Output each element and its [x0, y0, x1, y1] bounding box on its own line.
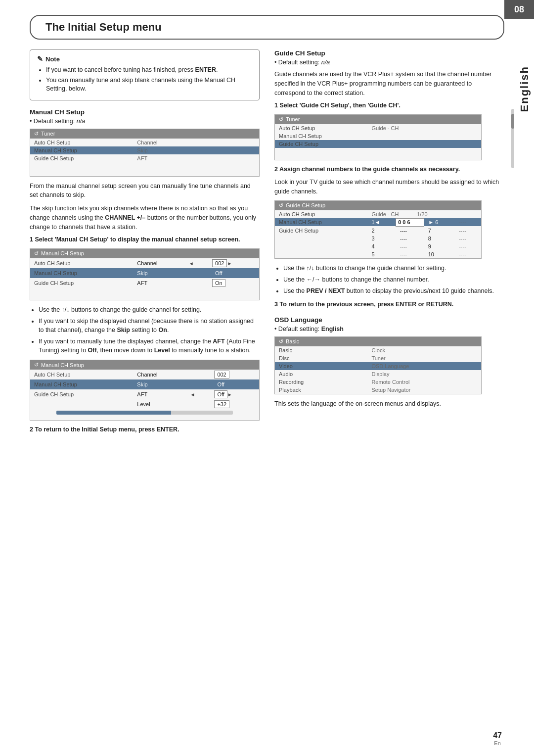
table-cell: ----	[455, 242, 481, 250]
table-row: Auto CH Setup Channel ◄ 002►	[30, 258, 259, 268]
guide-tuner-title: Tuner	[286, 116, 300, 122]
table-cell: OSD Language	[367, 362, 481, 370]
table-row	[30, 162, 259, 169]
table-cell	[275, 235, 367, 242]
guide-ch-heading: Guide CH Setup	[274, 49, 504, 57]
tuner-table-1-header: ↺ Tuner	[30, 129, 259, 139]
table-row: Level +32	[30, 399, 259, 409]
table-row: Audio Display	[275, 370, 481, 378]
table-cell: Auto CH Setup	[30, 370, 133, 379]
guide-ch-bullets: Use the ↑/↓ buttons to change the guide …	[274, 264, 504, 295]
table-row: Guide CH Setup 2 ---- 7 ----	[275, 226, 481, 235]
guide-step3: 3 To return to the previous screen, pres…	[274, 300, 504, 309]
title-bar: The Initial Setup menu	[30, 15, 504, 40]
table-cell: Auto CH Setup	[275, 124, 367, 132]
table-cell: ----	[396, 242, 424, 250]
table-cell: Remote Control	[367, 378, 481, 386]
list-item: Use the ←/→ buttons to change the channe…	[283, 275, 504, 284]
table-row: Guide CH Setup AFT	[30, 154, 259, 162]
manual-ch-setup-section: Manual CH Setup • Default setting: n/a ↺…	[30, 108, 260, 434]
table-cell: AFT	[133, 389, 186, 399]
scrollbar[interactable]	[511, 109, 514, 168]
table-row: Recording Remote Control	[275, 378, 481, 386]
guide-ch-table-body: Auto CH Setup Guide - CH 1/20 Manual CH …	[275, 210, 481, 258]
table-cell	[186, 370, 211, 379]
basic-table-body: Basic Clock Disc Tuner Video OSD Languag…	[275, 346, 481, 394]
list-item: Use the PREV / NEXT button to display th…	[283, 286, 504, 295]
table-cell: Manual CH Setup	[275, 218, 367, 226]
table-cell: Clock	[367, 346, 481, 354]
table-row: 4 ---- 9 ----	[275, 242, 481, 250]
table-cell: Manual CH Setup	[30, 379, 133, 389]
table-cell: ----	[396, 250, 424, 258]
table-row	[275, 154, 481, 160]
table-cell: Playback	[275, 386, 367, 394]
table-row: Guide CH Setup AFT On	[30, 278, 259, 288]
table-cell	[186, 399, 211, 409]
guide-ch-default: • Default setting: n/a	[274, 59, 504, 66]
table-cell: Level	[133, 399, 186, 409]
basic-table-title: Basic	[286, 338, 299, 344]
page-badge: 08	[504, 0, 534, 19]
table-cell: Guide CH Setup	[30, 389, 133, 399]
content-area: ✎ Note If you want to cancel before tuni…	[30, 49, 504, 441]
table-cell: Tuner	[367, 354, 481, 362]
table-row: Basic Clock	[275, 346, 481, 354]
table-cell: Skip	[133, 268, 184, 278]
guide-tuner-table: ↺ Tuner Auto CH Setup Guide - CH Manual …	[274, 114, 482, 160]
table-cell	[185, 268, 208, 278]
table-cell: 0 0 6	[396, 218, 424, 226]
tuner-table-3-body: Auto CH Setup Channel 002 Manual CH Setu…	[30, 370, 259, 420]
table-row: 5 ---- 10 ----	[275, 250, 481, 258]
guide-step2-heading: 2 Assign channel numbers to the guide ch…	[274, 165, 504, 174]
table-cell: 002	[210, 370, 259, 379]
table-row	[30, 409, 259, 416]
note-icon: ✎	[37, 55, 43, 63]
table-cell: Guide - CH	[367, 124, 481, 132]
right-column: Guide CH Setup • Default setting: n/a Gu…	[274, 49, 504, 441]
list-item: If you want to skip the displayed channe…	[39, 317, 260, 334]
table-cell	[185, 278, 208, 288]
table-cell: Basic	[275, 346, 367, 354]
table-cell: Display	[367, 370, 481, 378]
note-item-1: If you want to cancel before tuning has …	[46, 66, 252, 75]
tuner-table-2-title: Manual CH Setup	[41, 250, 84, 256]
tuner-table-1: ↺ Tuner Auto CH Setup Channel Manual CH …	[30, 129, 260, 177]
table-cell: 5	[367, 250, 396, 258]
table-row	[30, 169, 259, 176]
guide-ch-body: Guide channels are used by the VCR Plus+…	[274, 70, 504, 97]
table-row: Manual CH Setup Skip	[30, 146, 259, 154]
table-cell: Guide CH Setup	[275, 226, 367, 235]
basic-table: ↺ Basic Basic Clock Disc Tuner Video OSD…	[274, 336, 482, 394]
tuner-table-2-header: ↺ Manual CH Setup	[30, 249, 259, 258]
table-cell: Skip	[133, 379, 186, 389]
table-row	[30, 416, 259, 420]
step2-heading: 2 To return to the Initial Setup menu, p…	[30, 425, 260, 434]
table-cell	[186, 379, 211, 389]
table-cell: Guide CH Setup	[275, 140, 367, 148]
table-cell: Skip	[133, 146, 259, 154]
table-cell: Guide CH Setup	[30, 154, 133, 162]
table-cell: Manual CH Setup	[30, 268, 133, 278]
table-cell: Manual CH Setup	[30, 146, 133, 154]
scroll-thumb[interactable]	[511, 114, 514, 129]
tuner-table-1-title: Tuner	[41, 131, 55, 137]
guide-tuner-header: ↺ Tuner	[275, 115, 481, 124]
table-cell: 10	[424, 250, 455, 258]
manual-ch-heading: Manual CH Setup	[30, 108, 260, 116]
language-sidebar: English	[515, 40, 534, 139]
list-item: Use the ↑/↓ buttons to change the guide …	[39, 305, 260, 314]
table-row: Auto CH Setup Channel 002	[30, 370, 259, 379]
osd-heading: OSD Language	[274, 316, 504, 324]
table-cell	[30, 409, 259, 416]
table-cell: Auto CH Setup	[275, 210, 367, 219]
note-item-2: You can manually tune and skip blank cha…	[46, 76, 252, 94]
footer-lang: En	[494, 740, 500, 746]
table-row: Auto CH Setup Channel	[30, 139, 259, 146]
tuner-icon-1: ↺	[34, 131, 39, 137]
table-cell: Off	[210, 379, 259, 389]
tuner-table-2: ↺ Manual CH Setup Auto CH Setup Channel …	[30, 248, 260, 300]
note-box: ✎ Note If you want to cancel before tuni…	[30, 49, 260, 100]
table-cell: 002►	[208, 258, 259, 268]
table-cell: Video	[275, 362, 367, 370]
